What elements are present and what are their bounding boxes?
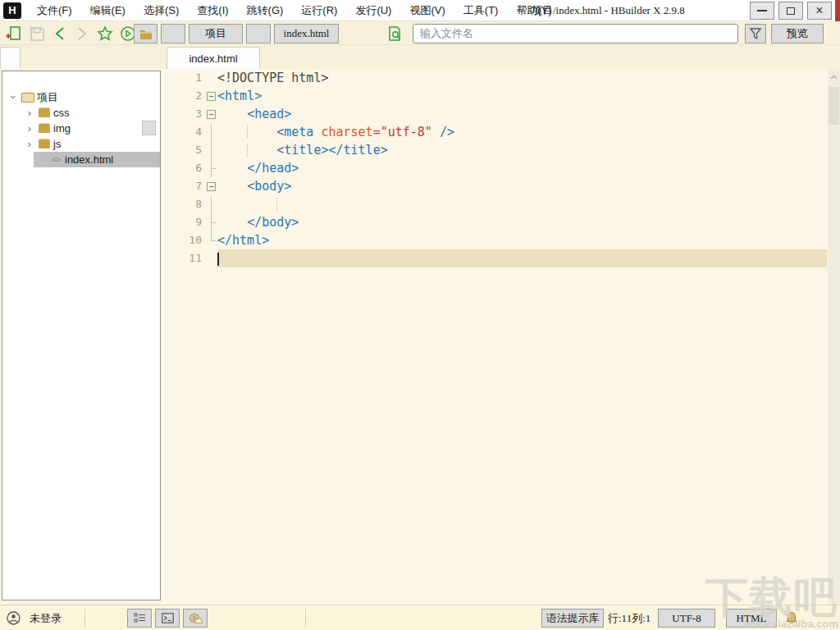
filter-button[interactable] (745, 24, 766, 43)
editor-line-9[interactable]: 9 </body> (161, 213, 827, 231)
app-logo-icon: H (3, 2, 21, 19)
menu-item-7[interactable]: 发行(U) (346, 0, 400, 21)
menu-item-2[interactable]: 编辑(E) (81, 0, 135, 21)
tab-label: index.html (189, 52, 237, 65)
editor-line-6[interactable]: 6 </head> (161, 159, 827, 177)
tree-item--[interactable]: ›项目 (2, 89, 160, 105)
fold-gutter (205, 123, 217, 141)
terminal-button[interactable] (155, 609, 180, 628)
statusbar-separator (305, 609, 306, 628)
tree-item-label: index.html (65, 153, 113, 166)
menu-item-9[interactable]: 工具(T) (454, 0, 508, 21)
chevron-right-icon[interactable]: › (22, 138, 37, 150)
search-input[interactable] (413, 24, 738, 43)
terminal-icon (162, 613, 174, 623)
language-mode-button[interactable]: HTML (726, 609, 777, 628)
code-editor[interactable]: 1<!DOCTYPE html>2−<html>3− <head>4 <meta… (161, 69, 840, 605)
bell-icon (785, 611, 798, 625)
task-list-icon (134, 613, 146, 623)
fold-minus-glyph: − (207, 182, 216, 191)
project-button[interactable]: 项目 (189, 24, 243, 43)
menu-item-8[interactable]: 视图(V) (400, 0, 454, 21)
web-service-icon (189, 613, 203, 624)
new-file-button[interactable] (5, 25, 23, 43)
minimize-button[interactable] (750, 2, 774, 20)
open-folder-icon (139, 29, 153, 39)
fold-collapse-icon[interactable]: − (205, 87, 217, 105)
editor-line-11[interactable]: 11 (161, 249, 827, 267)
fold-gutter (205, 213, 217, 231)
chevron-right-icon[interactable]: › (22, 122, 37, 135)
editor-line-5[interactable]: 5 <title></title> (161, 141, 827, 159)
tree-scrollbar-thumb[interactable] (142, 121, 156, 135)
maximize-icon (787, 7, 795, 15)
fold-collapse-icon[interactable]: − (205, 177, 217, 195)
tree-item-css[interactable]: ›css (2, 105, 160, 121)
fold-gutter (205, 231, 217, 249)
tree-item-label: js (53, 138, 61, 150)
code-text: <body> (217, 177, 827, 195)
line-number: 2 (161, 87, 205, 105)
web-service-button[interactable] (183, 609, 208, 628)
syntax-library-button[interactable]: 语法提示库 (541, 609, 604, 628)
chevron-right-icon[interactable]: › (22, 107, 37, 119)
editor-line-7[interactable]: 7− <body> (161, 177, 827, 195)
indent-guide (276, 198, 277, 211)
tree-item-img[interactable]: ›img (2, 121, 160, 136)
editor-line-8[interactable]: 8 (161, 195, 827, 213)
editor-line-1[interactable]: 1<!DOCTYPE html> (161, 69, 827, 87)
fold-minus-glyph: − (207, 92, 216, 101)
preview-file-button[interactable] (386, 25, 404, 43)
toolbar-blank-button-2[interactable] (246, 24, 271, 43)
line-number: 8 (161, 195, 205, 213)
code-text: <title></title> (217, 141, 827, 159)
sidebar-corner-tab[interactable] (0, 47, 21, 69)
chevron-down-icon[interactable]: › (7, 90, 20, 105)
menu-item-3[interactable]: 选择(S) (135, 0, 188, 21)
editor-scrollbar-thumb[interactable] (829, 87, 839, 125)
tab-strip: index.html (0, 45, 840, 69)
forward-button[interactable] (73, 25, 91, 43)
line-number: 4 (161, 123, 205, 141)
menu-item-1[interactable]: 文件(F) (28, 0, 81, 21)
login-status[interactable]: 未登录 (30, 605, 62, 630)
user-icon (7, 611, 21, 625)
editor-scrollbar[interactable] (828, 69, 840, 605)
tree-item-index-html[interactable]: <>index.html (34, 152, 160, 167)
cursor-position[interactable]: 行:11列:1 (608, 605, 651, 630)
notification-button[interactable] (785, 605, 798, 630)
favorite-button[interactable] (96, 25, 114, 43)
editor-line-2[interactable]: 2−<html> (161, 87, 827, 105)
fold-gutter (205, 69, 217, 87)
window-title: 项目/index.html - HBuilder X 2.9.8 (532, 0, 685, 21)
toolbar-blank-button-1[interactable] (161, 24, 185, 43)
star-icon (97, 25, 113, 42)
menu-item-6[interactable]: 运行(R) (292, 0, 346, 21)
menu-item-5[interactable]: 跳转(G) (238, 0, 293, 21)
editor-line-10[interactable]: 10</html> (161, 231, 827, 249)
menu-item-4[interactable]: 查找(I) (188, 0, 237, 21)
tab-index-html[interactable]: index.html (167, 47, 260, 69)
line-number: 9 (161, 213, 205, 231)
editor-line-3[interactable]: 3− <head> (161, 105, 827, 123)
back-button[interactable] (51, 25, 69, 43)
editor-line-4[interactable]: 4 <meta charset="utf-8" /> (161, 123, 827, 141)
close-button[interactable]: × (807, 2, 832, 20)
file-tree: ›项目›css›img›js<>index.html (2, 89, 160, 167)
open-folder-button[interactable] (134, 24, 158, 43)
tree-item-js[interactable]: ›js (2, 136, 160, 152)
code-text: <head> (217, 105, 827, 123)
folder-icon (37, 109, 52, 117)
account-button[interactable] (7, 605, 21, 630)
fold-collapse-icon[interactable]: − (205, 105, 217, 123)
code-text (217, 249, 827, 267)
scroll-up-icon[interactable] (829, 72, 838, 81)
current-file-button[interactable]: index.html (274, 24, 339, 43)
preview-button[interactable]: 预览 (771, 24, 824, 43)
line-number: 3 (161, 105, 205, 123)
encoding-button[interactable]: UTF-8 (658, 609, 715, 628)
line-number: 6 (161, 159, 205, 177)
maximize-button[interactable] (778, 2, 803, 20)
save-button[interactable] (28, 25, 46, 43)
task-list-button[interactable] (127, 609, 152, 628)
